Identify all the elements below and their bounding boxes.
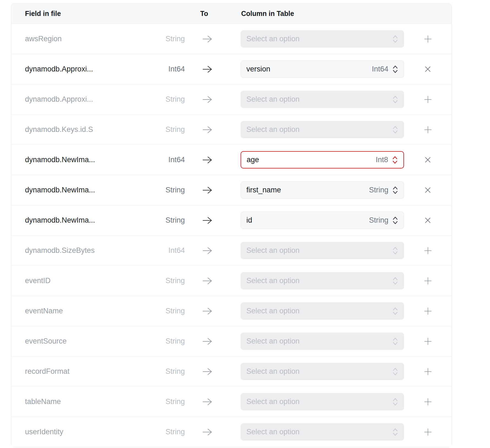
field-name: eventName xyxy=(25,307,63,315)
field-mapping-table: Field in file To Column in Table awsRegi… xyxy=(11,3,452,447)
mapping-row: dynamodb.Keys.id.S String Select an opti… xyxy=(11,115,452,145)
selected-column-name: Select an option xyxy=(246,307,300,315)
field-name: awsRegion xyxy=(25,35,62,43)
mapping-row: dynamodb.NewIma... String first_name Str… xyxy=(11,175,452,205)
field-type: String xyxy=(165,428,185,436)
arrow-right-icon xyxy=(202,307,212,315)
column-select: Select an option xyxy=(241,272,404,289)
selected-column-name: Select an option xyxy=(246,337,300,345)
field-type: String xyxy=(165,95,185,104)
field-name: dynamodb.NewIma... xyxy=(25,156,95,164)
column-select: Select an option xyxy=(241,423,404,441)
field-type: Int64 xyxy=(168,246,185,255)
add-mapping-button[interactable] xyxy=(422,366,434,377)
mapping-row: eventName String Select an option xyxy=(11,296,452,326)
field-type: Int64 xyxy=(168,156,185,164)
mapping-row: recordFormat String Select an option xyxy=(11,356,452,387)
selected-column-type: String xyxy=(369,216,388,225)
plus-icon xyxy=(424,307,432,315)
add-mapping-button[interactable] xyxy=(422,426,434,438)
chevron-up-down-icon xyxy=(392,306,398,316)
selected-column-name: version xyxy=(246,65,270,73)
plus-icon xyxy=(424,126,432,134)
plus-icon xyxy=(424,35,432,43)
arrow-right-icon xyxy=(202,156,212,164)
remove-mapping-button[interactable] xyxy=(422,154,433,165)
field-name: tableName xyxy=(25,397,61,406)
chevron-up-down-icon xyxy=(392,65,398,74)
chevron-up-down-icon xyxy=(392,186,398,195)
column-header-column-in-table: Column in Table xyxy=(241,10,404,18)
column-select[interactable]: version Int64 xyxy=(241,60,404,78)
close-icon xyxy=(424,217,431,224)
column-select: Select an option xyxy=(241,302,404,320)
field-type: String xyxy=(165,216,185,225)
selected-column-name: Select an option xyxy=(246,428,300,436)
plus-icon xyxy=(424,95,432,104)
arrow-right-icon xyxy=(202,398,212,406)
field-name: userIdentity xyxy=(25,428,63,436)
field-type: String xyxy=(165,307,185,315)
arrow-right-icon xyxy=(202,96,212,103)
selected-column-type: Int64 xyxy=(372,65,388,73)
add-mapping-button[interactable] xyxy=(422,336,434,347)
column-header-to: To xyxy=(185,10,241,18)
column-select[interactable]: id String xyxy=(241,212,404,229)
mapping-row: eventSource String Select an option xyxy=(11,326,452,356)
arrow-right-icon xyxy=(202,428,212,436)
add-mapping-button[interactable] xyxy=(422,33,434,45)
field-name: eventID xyxy=(25,276,51,285)
arrow-right-icon xyxy=(202,126,212,134)
arrow-right-icon xyxy=(202,277,212,285)
mapping-row: dynamodb.NewIma... String id String xyxy=(11,205,452,236)
field-type: String xyxy=(165,337,185,345)
field-name: dynamodb.NewIma... xyxy=(25,186,95,194)
mapping-row: awsRegion String Select an option xyxy=(11,24,452,54)
field-type: String xyxy=(165,35,185,43)
plus-icon xyxy=(424,337,432,345)
field-name: dynamodb.Approxi... xyxy=(25,65,93,73)
field-type: String xyxy=(165,397,185,406)
field-type: String xyxy=(165,276,185,285)
remove-mapping-button[interactable] xyxy=(422,64,433,74)
selected-column-name: Select an option xyxy=(246,95,300,104)
add-mapping-button[interactable] xyxy=(422,124,434,135)
selected-column-name: Select an option xyxy=(246,35,300,43)
chevron-up-down-icon xyxy=(392,155,398,165)
add-mapping-button[interactable] xyxy=(422,396,434,408)
plus-icon xyxy=(424,428,432,436)
arrow-right-icon xyxy=(202,65,212,73)
chevron-up-down-icon xyxy=(392,397,398,406)
field-name: dynamodb.NewIma... xyxy=(25,216,95,225)
chevron-up-down-icon xyxy=(392,95,398,104)
chevron-up-down-icon xyxy=(392,276,398,286)
remove-mapping-button[interactable] xyxy=(422,185,433,195)
mapping-row: tableName String Select an option xyxy=(11,387,452,417)
chevron-up-down-icon xyxy=(392,337,398,346)
mapping-rows: awsRegion String Select an option xyxy=(11,24,452,447)
close-icon xyxy=(424,156,431,164)
field-type: String xyxy=(165,125,185,134)
selected-column-name: Select an option xyxy=(246,246,300,255)
arrow-right-icon xyxy=(202,186,212,194)
column-select: Select an option xyxy=(241,242,404,259)
column-select: Select an option xyxy=(241,121,404,138)
column-select: Select an option xyxy=(241,30,404,48)
selected-column-name: Select an option xyxy=(246,125,300,134)
field-name: recordFormat xyxy=(25,367,69,376)
column-select: Select an option xyxy=(241,91,404,108)
remove-mapping-button[interactable] xyxy=(422,215,433,226)
add-mapping-button[interactable] xyxy=(422,305,434,317)
plus-icon xyxy=(424,367,432,376)
plus-icon xyxy=(424,277,432,285)
chevron-up-down-icon xyxy=(392,367,398,376)
field-type: Int64 xyxy=(168,65,185,73)
table-header: Field in file To Column in Table xyxy=(11,4,452,24)
column-select[interactable]: first_name String xyxy=(241,181,404,199)
selected-column-name: first_name xyxy=(246,186,281,194)
add-mapping-button[interactable] xyxy=(422,94,434,105)
add-mapping-button[interactable] xyxy=(422,275,434,287)
column-select[interactable]: age Int8 xyxy=(241,151,404,168)
arrow-right-icon xyxy=(202,368,212,375)
add-mapping-button[interactable] xyxy=(422,245,434,256)
